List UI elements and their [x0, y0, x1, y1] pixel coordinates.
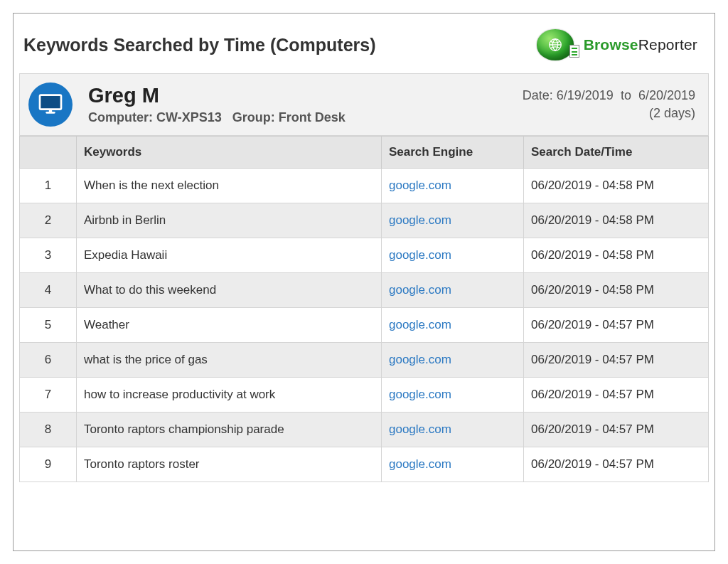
- report-header: Keywords Searched by Time (Computers) Br…: [14, 14, 714, 73]
- keyword-cell: Airbnb in Berlin: [77, 203, 382, 238]
- date-to-word: to: [621, 88, 631, 102]
- search-engine-cell: google.com: [382, 378, 524, 413]
- datetime-cell: 06/20/2019 - 04:57 PM: [524, 447, 709, 482]
- search-engine-link[interactable]: google.com: [389, 283, 451, 297]
- col-header-keywords: Keywords: [77, 137, 382, 169]
- keyword-cell: what is the price of gas: [77, 343, 382, 378]
- row-number: 1: [20, 169, 77, 203]
- group-label: Group:: [232, 110, 275, 124]
- report-panel: Greg M Computer: CW-XPS13 Group: Front D…: [19, 73, 709, 482]
- search-engine-link[interactable]: google.com: [389, 353, 451, 366]
- datetime-cell: 06/20/2019 - 04:58 PM: [524, 273, 709, 308]
- computer-value: CW-XPS13: [156, 110, 222, 124]
- search-engine-cell: google.com: [382, 238, 524, 273]
- brand-part2: Reporter: [638, 36, 697, 53]
- table-row: 3Expedia Hawaiigoogle.com06/20/2019 - 04…: [20, 238, 709, 273]
- brand-text: BrowseReporter: [584, 36, 697, 53]
- date-range: Date: 6/19/2019 to 6/20/2019 (2 days): [523, 88, 695, 121]
- datetime-cell: 06/20/2019 - 04:58 PM: [524, 169, 709, 203]
- row-number: 6: [20, 343, 77, 378]
- row-number: 2: [20, 203, 77, 238]
- keyword-cell: What to do this weekend: [77, 273, 382, 308]
- datetime-cell: 06/20/2019 - 04:58 PM: [524, 203, 709, 238]
- table-header-row: Keywords Search Engine Search Date/Time: [20, 137, 709, 169]
- row-number: 8: [20, 413, 77, 447]
- keyword-cell: Toronto raptors championship parade: [77, 413, 382, 447]
- search-engine-cell: google.com: [382, 447, 524, 482]
- computer-icon: [28, 83, 73, 127]
- table-row: 4What to do this weekendgoogle.com06/20/…: [20, 273, 709, 308]
- datetime-cell: 06/20/2019 - 04:58 PM: [524, 238, 709, 273]
- search-engine-cell: google.com: [382, 413, 524, 447]
- date-from: 6/19/2019: [557, 88, 614, 102]
- keyword-cell: how to increase productivity at work: [77, 378, 382, 413]
- search-engine-link[interactable]: google.com: [389, 179, 451, 192]
- date-to: 6/20/2019: [638, 88, 695, 102]
- search-engine-link[interactable]: google.com: [389, 318, 451, 331]
- search-engine-cell: google.com: [382, 273, 524, 308]
- keyword-cell: Expedia Hawaii: [77, 238, 382, 273]
- brand-part1: Browse: [584, 36, 638, 53]
- datetime-cell: 06/20/2019 - 04:57 PM: [524, 413, 709, 447]
- row-number: 3: [20, 238, 77, 273]
- table-row: 1When is the next electiongoogle.com06/2…: [20, 169, 709, 203]
- svg-rect-5: [49, 110, 52, 112]
- keyword-cell: When is the next election: [77, 169, 382, 203]
- brand-logo: BrowseReporter: [537, 29, 697, 60]
- user-name: Greg M: [88, 84, 523, 107]
- datetime-cell: 06/20/2019 - 04:57 PM: [524, 343, 709, 378]
- date-label: Date:: [523, 88, 553, 102]
- search-engine-cell: google.com: [382, 169, 524, 203]
- table-row: 2Airbnb in Berlingoogle.com06/20/2019 - …: [20, 203, 709, 238]
- search-engine-link[interactable]: google.com: [389, 422, 451, 436]
- row-number: 5: [20, 308, 77, 343]
- document-icon: [569, 45, 579, 58]
- datetime-cell: 06/20/2019 - 04:57 PM: [524, 378, 709, 413]
- user-summary-bar: Greg M Computer: CW-XPS13 Group: Front D…: [19, 73, 709, 136]
- table-row: 7how to increase productivity at workgoo…: [20, 378, 709, 413]
- user-meta: Computer: CW-XPS13 Group: Front Desk: [88, 110, 523, 125]
- report-title: Keywords Searched by Time (Computers): [19, 35, 376, 55]
- report-frame: Keywords Searched by Time (Computers) Br…: [13, 13, 715, 551]
- keywords-table: Keywords Search Engine Search Date/Time …: [19, 136, 709, 482]
- table-row: 8Toronto raptors championship paradegoog…: [20, 413, 709, 447]
- svg-rect-2: [42, 97, 60, 107]
- keyword-cell: Weather: [77, 308, 382, 343]
- search-engine-cell: google.com: [382, 203, 524, 238]
- datetime-cell: 06/20/2019 - 04:57 PM: [524, 308, 709, 343]
- table-row: 5Weathergoogle.com06/20/2019 - 04:57 PM: [20, 308, 709, 343]
- col-header-datetime: Search Date/Time: [524, 137, 709, 169]
- table-row: 6what is the price of gasgoogle.com06/20…: [20, 343, 709, 378]
- table-row: 9Toronto raptors rostergoogle.com06/20/2…: [20, 447, 709, 482]
- search-engine-link[interactable]: google.com: [389, 213, 451, 227]
- col-header-num: [20, 137, 77, 169]
- search-engine-cell: google.com: [382, 308, 524, 343]
- globe-icon: [537, 29, 574, 60]
- row-number: 7: [20, 378, 77, 413]
- group-value: Front Desk: [279, 110, 346, 124]
- search-engine-cell: google.com: [382, 343, 524, 378]
- row-number: 4: [20, 273, 77, 308]
- col-header-engine: Search Engine: [382, 137, 524, 169]
- search-engine-link[interactable]: google.com: [389, 248, 451, 262]
- keyword-cell: Toronto raptors roster: [77, 447, 382, 482]
- computer-label: Computer:: [88, 110, 153, 124]
- date-days: (2 days): [523, 106, 695, 121]
- user-info: Greg M Computer: CW-XPS13 Group: Front D…: [88, 84, 523, 125]
- row-number: 9: [20, 447, 77, 482]
- search-engine-link[interactable]: google.com: [389, 457, 451, 471]
- search-engine-link[interactable]: google.com: [389, 388, 451, 401]
